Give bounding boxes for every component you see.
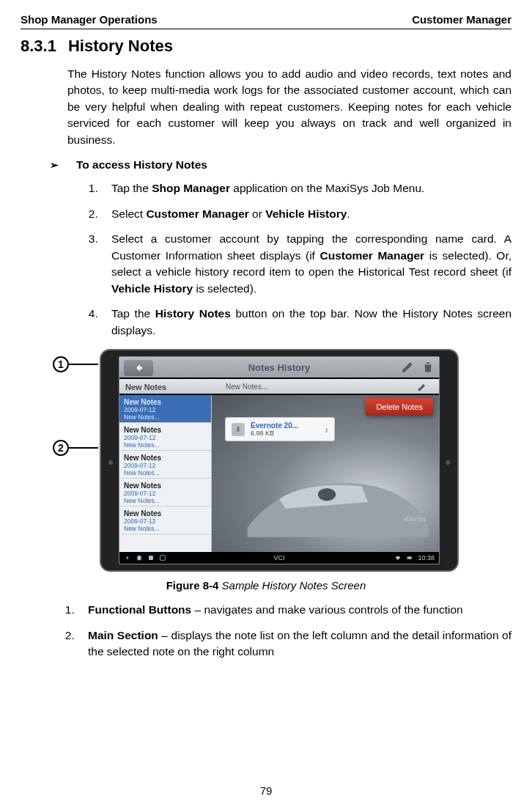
car-silhouette-icon (241, 458, 432, 546)
figure-8-4: 1 2 Notes History New Notes New Notes (100, 349, 488, 572)
chevron-right-icon: ➢ (50, 159, 59, 171)
chevron-right-icon: › (325, 424, 328, 435)
arrow-left-icon (133, 363, 144, 373)
figure-caption: Figure 8-4 Sample History Notes Screen (21, 579, 511, 592)
clock: 10:38 (418, 554, 435, 562)
list-item[interactable]: New Notes 2009-07-12 New Notes... (119, 423, 211, 451)
callout-1-num: 1 (53, 356, 69, 372)
status-bar: VCI 10:38 (119, 552, 439, 564)
list-item[interactable]: New Notes 2009-07-12 New Notes... (119, 451, 211, 479)
svg-rect-2 (160, 556, 166, 561)
svg-rect-4 (412, 557, 413, 559)
header-right: Customer Manager (412, 13, 511, 26)
audio-attachment[interactable]: Evernote 20... 6.98 KB › (225, 417, 335, 441)
subbar-center-label: New Notes... (226, 383, 267, 391)
home-icon[interactable] (136, 554, 143, 562)
figure-caption-text: Sample History Notes Screen (218, 579, 366, 592)
list-item[interactable]: New Notes 2009-07-12 New Notes... (119, 479, 211, 507)
wifi-icon (394, 554, 402, 562)
title-bar-text: Notes History (248, 362, 311, 373)
battery-icon (406, 554, 413, 562)
header-left: Shop Manager Operations (21, 13, 158, 26)
callout-1: 1 (53, 356, 98, 372)
back-nav-icon[interactable] (124, 554, 131, 562)
page-number: 79 (0, 784, 532, 797)
svg-rect-1 (149, 556, 153, 560)
tablet-device: Notes History New Notes New Notes... New… (100, 349, 459, 572)
delete-notes-button[interactable]: Delete Notes (366, 398, 433, 416)
vci-label: VCI (273, 554, 284, 562)
attachment-size: 6.98 KB (251, 430, 298, 437)
procedure-heading: ➢ To access History Notes (50, 158, 511, 172)
screenshot-icon[interactable] (159, 554, 166, 562)
back-button[interactable] (124, 360, 153, 376)
step-3: Select a customer account by tapping the… (101, 231, 511, 297)
callout-2: 2 (53, 440, 98, 456)
section-title: History Notes (68, 37, 173, 55)
list-item[interactable]: New Notes 2009-07-12 New Notes... (119, 507, 211, 534)
figure-label: Figure 8-4 (166, 579, 219, 592)
compose-icon[interactable] (401, 361, 414, 374)
main-area: New Notes 2009-07-12 New Notes... New No… (119, 395, 439, 552)
header-rule (21, 29, 511, 29)
step-1: Tap the Shop Manager application on the … (101, 180, 511, 196)
list-item[interactable]: New Notes 2009-07-12 New Notes... (119, 395, 211, 423)
step-4: Tap the History Notes button on the top … (101, 306, 511, 339)
series-badge: 4Series (404, 515, 426, 523)
intro-paragraph: The History Notes function allows you to… (67, 66, 511, 148)
pencil-icon[interactable] (417, 382, 427, 392)
desc-2: Main Section – displays the note list on… (78, 627, 511, 660)
description-list: Functional Buttons – navigates and make … (78, 602, 511, 660)
callout-2-num: 2 (53, 440, 69, 456)
step-list: Tap the Shop Manager application on the … (101, 180, 511, 339)
app-screen: Notes History New Notes New Notes... New… (119, 356, 440, 564)
sub-bar: New Notes New Notes... (119, 379, 439, 395)
procedure-title: To access History Notes (76, 158, 207, 172)
recent-icon[interactable] (147, 554, 155, 562)
desc-1: Functional Buttons – navigates and make … (78, 602, 511, 618)
trash-icon[interactable] (421, 361, 435, 374)
subbar-left-label: New Notes (119, 383, 166, 391)
note-detail: 4Series Delete Notes Evernote 20... 6.98… (212, 395, 439, 552)
svg-rect-3 (407, 556, 412, 559)
step-2: Select Customer Manager or Vehicle Histo… (101, 206, 511, 222)
section-number: 8.3.1 (21, 37, 56, 55)
attachment-name: Evernote 20... (251, 421, 298, 430)
svg-point-0 (318, 488, 336, 501)
section-heading: 8.3.1History Notes (21, 37, 511, 56)
note-list[interactable]: New Notes 2009-07-12 New Notes... New No… (119, 395, 212, 552)
title-bar: Notes History (119, 357, 439, 379)
microphone-icon (232, 423, 245, 436)
